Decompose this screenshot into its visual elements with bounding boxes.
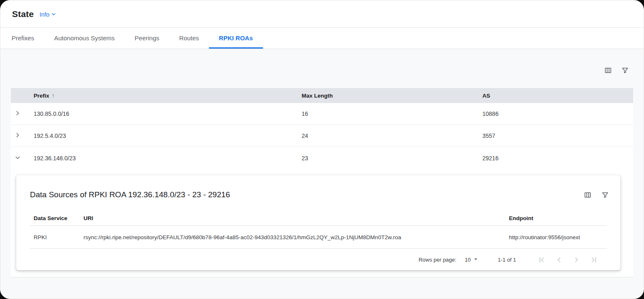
collapse-row-button[interactable]	[11, 154, 34, 162]
column-header-uri[interactable]: URI	[79, 215, 505, 221]
dropdown-arrow-icon	[472, 255, 479, 264]
chevron-right-icon	[14, 110, 21, 118]
table-toolbar	[0, 49, 644, 74]
table-row[interactable]: 192.5.4.0/23 24 3557	[11, 125, 633, 147]
chevron-left-icon[interactable]	[555, 256, 563, 264]
info-dropdown-label: Info	[39, 11, 49, 18]
view-columns-icon[interactable]	[584, 191, 592, 199]
tab-content: Prefix↑ Max Length AS 130.85.0.0/16 16 1…	[0, 49, 644, 299]
cell-max-length: 23	[302, 155, 482, 162]
tab-prefixes[interactable]: Prefixes	[2, 28, 44, 49]
column-header-prefix[interactable]: Prefix↑	[34, 92, 302, 99]
cell-endpoint: http://routinator:9556/jsonext	[505, 234, 607, 240]
rows-per-page-select[interactable]: 10	[465, 255, 479, 264]
chevron-down-icon	[14, 154, 21, 162]
pagination-nav	[538, 256, 598, 264]
tab-bar: Prefixes Autonomous Systems Peerings Rou…	[0, 28, 644, 49]
sort-ascending-icon: ↑	[52, 92, 55, 99]
data-sources-card: Data Sources of RPKI ROA 192.36.148.0/23…	[16, 175, 620, 270]
tab-rpki-roas[interactable]: RPKI ROAs	[209, 28, 263, 49]
view-columns-icon[interactable]	[604, 66, 612, 74]
page-header: State Info	[0, 0, 644, 28]
cell-as: 3557	[482, 132, 633, 139]
pagination-bar: Rows per page: 10 1-1 of 1	[16, 249, 620, 270]
filter-icon[interactable]	[601, 191, 609, 199]
table-row[interactable]: 130.85.0.0/16 16 10886	[11, 103, 633, 125]
rows-per-page-label: Rows per page:	[418, 257, 456, 263]
chevron-right-icon[interactable]	[573, 256, 580, 264]
detail-header-row: Data Service URI Endpoint	[29, 211, 607, 226]
card-toolbar	[584, 191, 609, 199]
info-dropdown[interactable]: Info	[39, 11, 57, 19]
expand-row-button[interactable]	[11, 132, 34, 140]
pagination-range-label: 1-1 of 1	[498, 257, 516, 263]
chevron-down-icon	[50, 11, 57, 19]
card-title: Data Sources of RPKI ROA 192.36.148.0/23…	[30, 190, 230, 199]
page-title: State	[12, 9, 34, 19]
column-header-max-length[interactable]: Max Length	[302, 93, 482, 99]
expanded-row-detail: Data Sources of RPKI ROA 192.36.148.0/23…	[11, 169, 633, 277]
rpki-roa-table: Prefix↑ Max Length AS 130.85.0.0/16 16 1…	[11, 88, 633, 277]
cell-uri: rsync://rpki.ripe.net/repository/DEFAULT…	[79, 234, 505, 240]
tab-autonomous-systems[interactable]: Autonomous Systems	[44, 28, 125, 49]
rows-per-page-value: 10	[465, 257, 470, 263]
cell-prefix: 192.5.4.0/23	[34, 132, 302, 139]
filter-icon[interactable]	[621, 66, 629, 74]
tab-peerings[interactable]: Peerings	[125, 28, 169, 49]
cell-prefix: 130.85.0.0/16	[34, 110, 302, 117]
cell-data-service: RPKI	[29, 234, 79, 240]
detail-table-row[interactable]: RPKI rsync://rpki.ripe.net/repository/DE…	[29, 226, 607, 249]
column-header-data-service[interactable]: Data Service	[29, 215, 79, 221]
expand-row-button[interactable]	[11, 110, 34, 118]
first-page-icon[interactable]	[538, 256, 546, 264]
column-header-as[interactable]: AS	[482, 93, 633, 99]
app-window: State Info Prefixes Autonomous Systems P…	[0, 0, 644, 299]
card-header: Data Sources of RPKI ROA 192.36.148.0/23…	[16, 175, 620, 199]
tab-routes[interactable]: Routes	[169, 28, 209, 49]
data-sources-table: Data Service URI Endpoint RPKI rsync://r…	[29, 211, 607, 249]
last-page-icon[interactable]	[590, 256, 598, 264]
cell-as: 10886	[482, 110, 633, 117]
table-row-expanded[interactable]: 192.36.148.0/23 23 29216	[11, 147, 633, 169]
cell-as: 29216	[482, 155, 633, 162]
cell-max-length: 24	[302, 132, 482, 139]
cell-prefix: 192.36.148.0/23	[34, 155, 302, 162]
column-header-endpoint[interactable]: Endpoint	[505, 215, 607, 221]
cell-max-length: 16	[302, 110, 482, 117]
chevron-right-icon	[14, 132, 21, 140]
table-header-row: Prefix↑ Max Length AS	[11, 88, 633, 103]
